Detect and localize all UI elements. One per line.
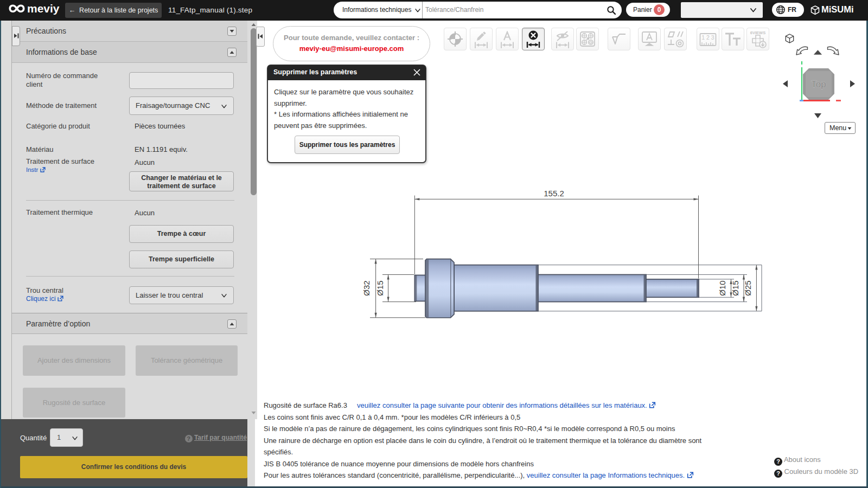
svg-text:Ø25: Ø25 — [743, 280, 752, 296]
svg-text:Ø15: Ø15 — [731, 280, 740, 296]
svg-text:Ø10: Ø10 — [718, 280, 727, 296]
svg-text:Ø32: Ø32 — [362, 280, 371, 296]
svg-text:6VIEWS: 6VIEWS — [750, 30, 765, 35]
svg-text:Top: Top — [811, 79, 826, 89]
svg-text:Ø15: Ø15 — [375, 280, 385, 296]
svg-text:1 2 3: 1 2 3 — [701, 34, 714, 41]
svg-text:155.2: 155.2 — [544, 189, 564, 198]
